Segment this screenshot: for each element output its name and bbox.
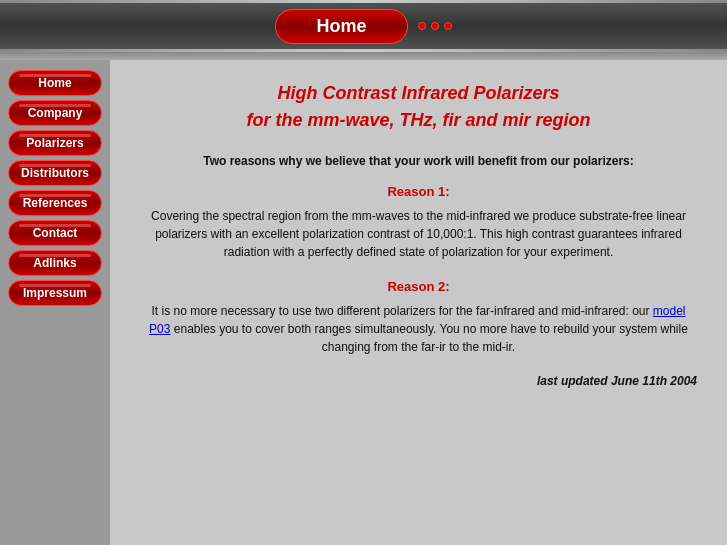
sidebar-item-references[interactable]: References (8, 190, 102, 216)
page-title: High Contrast Infrared Polarizers for th… (140, 80, 697, 134)
header-separator (0, 52, 727, 60)
sidebar: Home Company Polarizers Distributors Ref… (0, 60, 110, 545)
sidebar-item-adlinks[interactable]: Adlinks (8, 250, 102, 276)
title-line2: for the mm-wave, THz, fir and mir region (140, 107, 697, 134)
main-layout: Home Company Polarizers Distributors Ref… (0, 60, 727, 545)
header-dots (418, 22, 452, 30)
sidebar-item-contact[interactable]: Contact (8, 220, 102, 246)
sidebar-item-polarizers[interactable]: Polarizers (8, 130, 102, 156)
reason2-text-before: It is no more necessary to use two diffe… (151, 304, 652, 318)
home-title-badge: Home (275, 9, 407, 44)
sidebar-item-home[interactable]: Home (8, 70, 102, 96)
sidebar-item-company[interactable]: Company (8, 100, 102, 126)
content-area: High Contrast Infrared Polarizers for th… (110, 60, 727, 545)
last-updated-text: last updated June 11th 2004 (140, 374, 697, 388)
header-dot-3 (444, 22, 452, 30)
sidebar-item-distributors[interactable]: Distributors (8, 160, 102, 186)
header-dot-1 (418, 22, 426, 30)
header: Home (0, 0, 727, 52)
reason2-text-after: enables you to cover both ranges simulta… (170, 322, 687, 354)
reason1-text: Covering the spectral region from the mm… (140, 207, 697, 261)
sidebar-item-impressum[interactable]: Impressum (8, 280, 102, 306)
intro-text: Two reasons why we believe that your wor… (140, 154, 697, 168)
title-line1: High Contrast Infrared Polarizers (140, 80, 697, 107)
reason2-text: It is no more necessary to use two diffe… (140, 302, 697, 356)
reason1-title: Reason 1: (140, 184, 697, 199)
header-dot-2 (431, 22, 439, 30)
reason2-title: Reason 2: (140, 279, 697, 294)
